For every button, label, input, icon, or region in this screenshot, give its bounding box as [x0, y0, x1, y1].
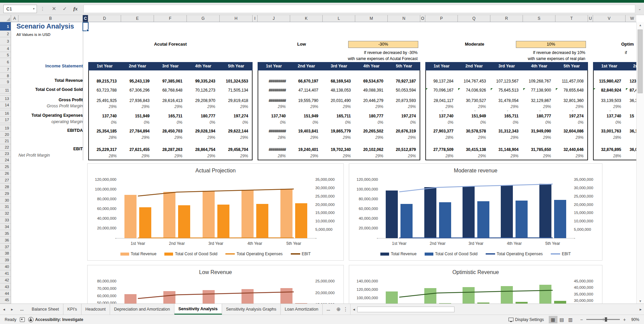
cell-gross[interactable]: 33,139,503 [593, 98, 626, 104]
cell-ebit[interactable]: 32,440,646 [555, 147, 588, 153]
cell-npm[interactable]: 29% [290, 153, 323, 159]
row-header-20[interactable]: 20 [0, 131, 11, 138]
cell-ebit[interactable]: 31,785,650 [523, 147, 555, 153]
page-break-view-button[interactable]: ▥ [566, 316, 575, 323]
row-header-32[interactable]: 32 [0, 210, 11, 217]
cell-npm[interactable]: 29% [458, 153, 490, 159]
cell-cogs[interactable]: ######### [258, 88, 290, 93]
cell-opex[interactable]: 197,274 [220, 113, 253, 119]
cell-ebitda_pct[interactable]: 29% [121, 135, 154, 141]
cell-opm[interactable]: 0% [258, 120, 290, 125]
row-header-8[interactable]: 8 [0, 73, 11, 79]
display-settings-label[interactable]: Display Settings [515, 317, 544, 322]
cell-ebitda_pct[interactable]: 28% [258, 135, 290, 141]
cell-ebitda[interactable]: 19,403,841 [290, 128, 323, 134]
cell-ebitda_pct[interactable]: 29% [187, 135, 220, 141]
cell-revenue[interactable]: 115,980,427 [593, 78, 626, 84]
column-header-W[interactable]: W [626, 15, 636, 22]
cell-ebit[interactable]: 20,102,062 [355, 147, 388, 153]
cell-ebitda_pct[interactable]: 29% [290, 135, 323, 141]
cell-opm[interactable] [626, 120, 636, 125]
cell-gross[interactable]: 20,446,279 [355, 98, 388, 104]
horizontal-scroll-thumb[interactable] [357, 307, 454, 312]
vertical-scroll-thumb[interactable] [638, 30, 643, 93]
cell-ebitda[interactable]: 19,865,779 [323, 128, 355, 134]
cell-opm[interactable]: 0% [458, 120, 490, 125]
cell-gpm[interactable]: 29% [388, 104, 420, 110]
cell-npm[interactable]: 29% [523, 153, 555, 159]
row-header-23[interactable]: 23 [0, 151, 11, 157]
column-header-I[interactable]: I [253, 15, 258, 22]
tab-loan-amortization[interactable]: Loan Amortization [281, 304, 323, 315]
cell-npm[interactable]: 29% [187, 153, 220, 159]
cell-opex[interactable]: 180,777 [523, 113, 555, 119]
column-header-P[interactable]: P [425, 15, 458, 22]
row-header-45[interactable]: 45 [0, 297, 11, 304]
cell-npm[interactable]: 28% [593, 153, 626, 159]
column-header-V[interactable]: V [593, 15, 626, 22]
row-header-43[interactable]: 43 [0, 283, 11, 290]
cell-gross[interactable]: 27,936,843 [121, 98, 154, 104]
column-header-R[interactable]: R [490, 15, 523, 22]
cell-gross[interactable]: 30,730,527 [458, 98, 490, 104]
cell-gross[interactable]: 31,478,054 [490, 98, 523, 104]
cell-opex[interactable]: 137,740 [258, 113, 290, 119]
chart-actual-projection[interactable]: Actual Projection120,000,000100,000,0008… [87, 163, 344, 261]
row-header-29[interactable]: 29 [0, 190, 11, 197]
cell-gpm[interactable]: 29% [220, 104, 253, 110]
cell-ebit[interactable]: 20,512,879 [388, 147, 420, 153]
cell-npm[interactable] [626, 153, 636, 159]
row-header-6[interactable]: 6 [0, 58, 11, 66]
cell-cogs[interactable]: 49,088,391 [355, 88, 388, 93]
column-header-K[interactable]: K [290, 15, 323, 22]
row-header-9[interactable]: 9 [0, 79, 11, 85]
cell-opm[interactable]: 0% [593, 120, 626, 125]
normal-view-button[interactable]: ▦ [549, 316, 557, 323]
row-header-41[interactable]: 41 [0, 270, 11, 277]
cell-gross[interactable]: 20,031,490 [323, 98, 355, 104]
cell-ebit[interactable]: 36,0 [626, 147, 636, 153]
cell-gross[interactable]: 20,873,593 [388, 98, 420, 104]
row-header-22[interactable]: 22 [0, 144, 11, 151]
chart-low-revenue[interactable]: Low Revenue80,000,00070,000,00060,000,00… [87, 265, 344, 304]
cell-cogs[interactable]: 87,49 [626, 88, 636, 93]
column-header-C[interactable]: C [83, 15, 88, 22]
horizontal-scroll-track[interactable] [454, 307, 637, 312]
select-all-corner[interactable] [0, 15, 11, 22]
cell-ebitda[interactable]: 27,903,377 [425, 128, 458, 134]
cell-gpm[interactable]: 29% [121, 104, 154, 110]
cell-gross[interactable]: 29,208,970 [187, 98, 220, 104]
column-header-F[interactable]: F [154, 15, 187, 22]
cell-revenue[interactable]: 95,243,139 [121, 78, 154, 84]
row-header-42[interactable]: 42 [0, 277, 11, 283]
row-label-ebitda[interactable]: EBITDA [11, 128, 83, 133]
cell-ebitda[interactable]: 20,676,319 [388, 128, 420, 134]
cell-ebit[interactable]: 28,864,754 [187, 147, 220, 153]
cell-gpm[interactable]: 29% [323, 104, 355, 110]
cell-ebit[interactable]: 31,148,904 [490, 147, 523, 153]
row-header-19[interactable]: 19 [0, 125, 11, 131]
macro-record-icon[interactable] [20, 317, 25, 322]
cell-revenue[interactable]: 107,123,567 [490, 78, 523, 84]
column-header-B[interactable]: B [18, 15, 83, 22]
accessibility-status[interactable]: Accessibility: Investigate [35, 317, 83, 322]
cell-revenue[interactable]: 70,927,187 [388, 78, 420, 84]
row-label-ebit[interactable]: EBIT [11, 147, 83, 151]
row-header-5[interactable]: 5 [0, 52, 11, 58]
cell-npm[interactable]: 29% [220, 153, 253, 159]
name-box[interactable]: C1 ▾ [3, 5, 37, 13]
zoom-slider-thumb[interactable] [605, 317, 607, 322]
cell-gross[interactable]: 32,129,867 [523, 98, 555, 104]
next-sheet-icon[interactable]: ► [8, 304, 16, 315]
cell-revenue[interactable]: 99,335,243 [187, 78, 220, 84]
cell-ebitda[interactable]: 31,312,343 [490, 128, 523, 134]
formula-bar-expand-icon[interactable]: ⌄ [635, 7, 644, 11]
cell-opex[interactable]: 15 [626, 113, 636, 119]
tab-kpi-s[interactable]: KPI's [63, 304, 82, 315]
cell-npm[interactable]: 29% [154, 153, 187, 159]
row-header-38[interactable]: 38 [0, 250, 11, 257]
row-header-44[interactable]: 44 [0, 290, 11, 297]
cell-opm[interactable]: 0% [187, 120, 220, 125]
cell-opm[interactable]: 0% [220, 120, 253, 125]
cell-npm[interactable]: 29% [355, 153, 388, 159]
